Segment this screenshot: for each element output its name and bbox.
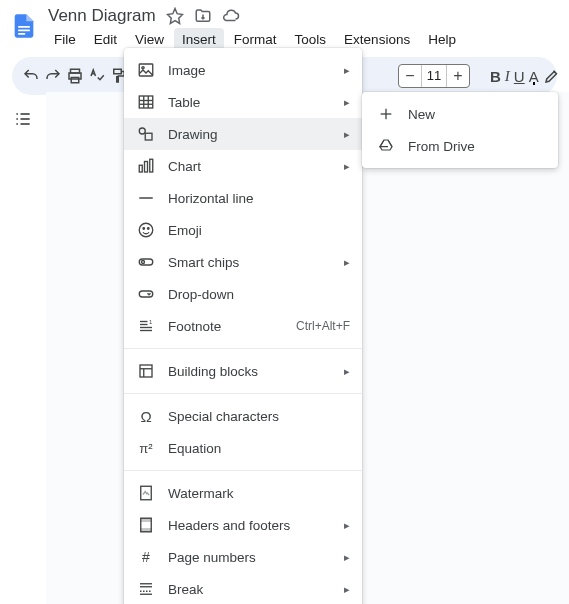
smart-chips-icon <box>136 253 156 271</box>
star-icon[interactable] <box>166 7 184 25</box>
submenu-label: From Drive <box>408 139 475 154</box>
shortcut: Ctrl+Alt+F <box>296 319 350 333</box>
drive-icon <box>376 138 396 154</box>
menu-label: Drop-down <box>168 287 350 302</box>
footnote-icon: 1 <box>136 317 156 335</box>
menu-label: Building blocks <box>168 364 338 379</box>
insert-chart[interactable]: Chart ▸ <box>124 150 362 182</box>
font-size-increase[interactable]: + <box>447 65 469 87</box>
menu-label: Table <box>168 95 338 110</box>
insert-image[interactable]: Image ▸ <box>124 54 362 86</box>
move-folder-icon[interactable] <box>194 7 212 25</box>
svg-rect-42 <box>141 518 152 521</box>
drawing-submenu: New From Drive <box>362 92 558 168</box>
insert-horizontal-line[interactable]: Horizontal line <box>124 182 362 214</box>
insert-drawing[interactable]: Drawing ▸ <box>124 118 362 150</box>
document-title[interactable]: Venn Diagram <box>48 6 156 26</box>
svg-rect-43 <box>141 529 152 532</box>
svg-rect-24 <box>150 159 153 172</box>
submenu-arrow-icon: ▸ <box>344 551 350 564</box>
menu-label: Drawing <box>168 127 338 142</box>
svg-rect-13 <box>139 64 153 76</box>
chart-icon <box>136 157 156 175</box>
emoji-icon <box>136 221 156 239</box>
text-color-button[interactable]: A <box>529 64 539 88</box>
separator <box>124 470 362 471</box>
svg-rect-31 <box>139 291 153 297</box>
watermark-icon <box>136 484 156 502</box>
submenu-arrow-icon: ▸ <box>344 64 350 77</box>
highlight-button[interactable] <box>543 64 561 88</box>
plus-icon <box>376 106 396 122</box>
italic-button[interactable]: I <box>505 64 510 88</box>
insert-building-blocks[interactable]: Building blocks ▸ <box>124 355 362 387</box>
headers-footers-icon <box>136 516 156 534</box>
svg-rect-15 <box>139 96 153 108</box>
app-header: Venn Diagram File Edit View Insert Forma… <box>0 0 569 55</box>
menu-label: Chart <box>168 159 338 174</box>
dropdown-icon <box>136 285 156 303</box>
submenu-arrow-icon: ▸ <box>344 128 350 141</box>
menu-label: Headers and footers <box>168 518 338 533</box>
insert-watermark[interactable]: Watermark <box>124 477 362 509</box>
svg-rect-23 <box>145 162 148 173</box>
submenu-arrow-icon: ▸ <box>344 519 350 532</box>
menu-label: Break <box>168 582 338 597</box>
separator <box>124 393 362 394</box>
submenu-arrow-icon: ▸ <box>344 583 350 596</box>
menu-file[interactable]: File <box>46 28 84 51</box>
horizontal-line-icon <box>136 189 156 207</box>
cloud-status-icon[interactable] <box>222 7 240 25</box>
insert-equation[interactable]: π² Equation <box>124 432 362 464</box>
break-icon <box>136 580 156 598</box>
svg-point-26 <box>139 223 153 237</box>
submenu-arrow-icon: ▸ <box>344 365 350 378</box>
svg-rect-21 <box>145 133 152 140</box>
docs-logo[interactable] <box>8 6 40 46</box>
redo-button[interactable] <box>44 63 62 89</box>
print-button[interactable] <box>66 63 84 89</box>
table-icon <box>136 93 156 111</box>
menu-label: Watermark <box>168 486 350 501</box>
page-numbers-icon: # <box>136 549 156 565</box>
submenu-arrow-icon: ▸ <box>344 160 350 173</box>
menu-label: Smart chips <box>168 255 338 270</box>
menu-label: Page numbers <box>168 550 338 565</box>
svg-point-20 <box>139 128 145 134</box>
insert-special-characters[interactable]: Ω Special characters <box>124 400 362 432</box>
drawing-from-drive[interactable]: From Drive <box>362 130 558 162</box>
text-color-label: A <box>529 68 539 85</box>
svg-point-30 <box>142 261 145 264</box>
drawing-new[interactable]: New <box>362 98 558 130</box>
svg-rect-22 <box>139 165 142 172</box>
font-size-decrease[interactable]: − <box>399 65 421 87</box>
insert-emoji[interactable]: Emoji <box>124 214 362 246</box>
bold-button[interactable]: B <box>490 64 501 88</box>
menu-help[interactable]: Help <box>420 28 464 51</box>
underline-button[interactable]: U <box>514 64 525 88</box>
undo-button[interactable] <box>22 63 40 89</box>
submenu-arrow-icon: ▸ <box>344 256 350 269</box>
insert-table[interactable]: Table ▸ <box>124 86 362 118</box>
menu-label: Equation <box>168 441 350 456</box>
menu-edit[interactable]: Edit <box>86 28 125 51</box>
equation-icon: π² <box>136 441 156 456</box>
insert-break[interactable]: Break ▸ <box>124 573 362 604</box>
insert-smart-chips[interactable]: Smart chips ▸ <box>124 246 362 278</box>
font-size-value[interactable]: 11 <box>421 65 447 87</box>
insert-page-numbers[interactable]: # Page numbers ▸ <box>124 541 362 573</box>
svg-point-27 <box>143 228 145 230</box>
svg-text:1: 1 <box>149 319 153 325</box>
insert-footnote[interactable]: 1 Footnote Ctrl+Alt+F <box>124 310 362 342</box>
insert-dropdown-chip[interactable]: Drop-down <box>124 278 362 310</box>
insert-headers-footers[interactable]: Headers and footers ▸ <box>124 509 362 541</box>
menu-label: Horizontal line <box>168 191 350 206</box>
spellcheck-button[interactable] <box>88 63 106 89</box>
svg-rect-1 <box>18 30 30 32</box>
drawing-icon <box>136 125 156 143</box>
svg-rect-0 <box>18 26 30 28</box>
outline-toggle[interactable] <box>10 106 36 132</box>
menu-label: Emoji <box>168 223 350 238</box>
menu-label: Footnote <box>168 319 296 334</box>
image-icon <box>136 61 156 79</box>
